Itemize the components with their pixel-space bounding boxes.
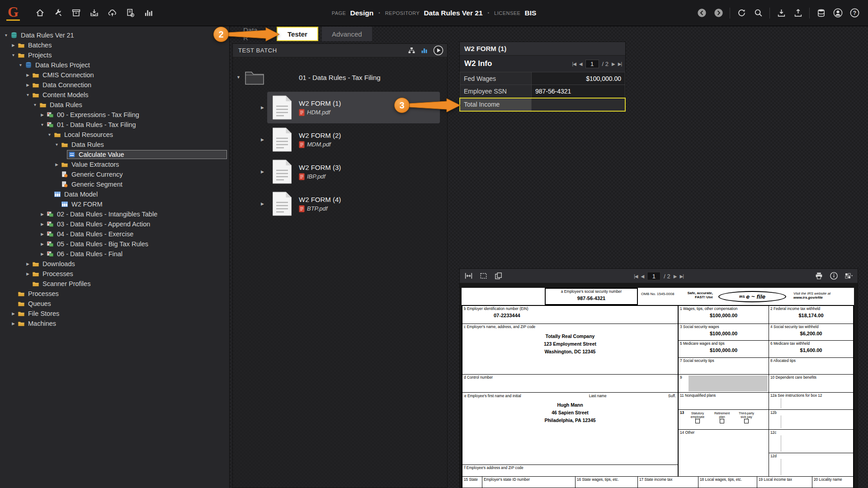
thumbnails-icon[interactable] [494,272,503,280]
expand-icon[interactable]: ▶ [39,212,46,216]
previous-page-icon[interactable]: ◀ [579,61,582,66]
field-value[interactable]: 987-56-4321 [532,85,625,98]
field-value[interactable] [532,98,625,111]
tree-item-queues[interactable]: Queues [0,299,229,309]
user-icon[interactable] [832,8,843,19]
tree-item-03-data-rules-append-action[interactable]: ▶03 - Data Rules - Append Action [0,219,229,229]
tab-advanced[interactable]: Advanced [322,27,372,41]
batch-folder-row[interactable]: ▼ 01 - Data Rules - Tax Filing [233,69,447,85]
expand-icon[interactable]: ▶ [261,202,269,206]
batch-document-w2-form-4[interactable]: ▶W2 FORM (4)BTP.pdf [233,190,443,218]
tree-item-scanner-profiles[interactable]: Scanner Profiles [0,279,229,289]
tree-item-data-rules-project[interactable]: ▼Data Rules Project [0,60,229,70]
expand-icon[interactable]: ▶ [10,321,17,326]
tree-item-data-connection[interactable]: ▶Data Connection [0,80,229,90]
tree-item-downloads[interactable]: ▶Downloads [0,259,229,269]
tab-data-rules[interactable]: Data R [233,27,273,41]
expand-icon[interactable]: ▶ [24,83,31,87]
expand-icon[interactable]: ▶ [261,169,269,174]
tree-item-04-data-rules-exercise[interactable]: ▶04 - Data Rules - Exercise [0,229,229,239]
tree-item-batches[interactable]: ▶Batches [0,40,229,50]
tree-item-content-models[interactable]: ▼Content Models [0,90,229,100]
first-page-icon[interactable]: |◀ [634,273,637,278]
tree-item-machines[interactable]: ▶Machines [0,319,229,328]
page-value[interactable]: Design [350,9,373,17]
print-icon[interactable] [815,272,823,280]
refresh-icon[interactable] [736,8,747,19]
expand-icon[interactable]: ▶ [24,73,31,77]
tree-item-data-rules-ver-21[interactable]: ▼Data Rules Ver 21 [0,30,229,40]
tree-item-cmis-connection[interactable]: ▶CMIS Connection [0,70,229,80]
tree-item-00-expressions-tax-filing[interactable]: ▶00 - Expressions - Tax Filing [0,110,229,120]
first-page-icon[interactable]: |◀ [572,61,576,66]
batch-document-w2-form-3[interactable]: ▶W2 FORM (3)IBP.pdf [233,158,443,186]
repository-value[interactable]: Data Rules Ver 21 [424,9,482,17]
tree-item-05-data-rules-big-tax-rules[interactable]: ▶05 - Data Rules - Big Tax Rules [0,239,229,249]
tree-item-file-stores[interactable]: ▶File Stores [0,309,229,319]
collapse-icon[interactable]: ▼ [236,75,244,80]
run-test-play-icon[interactable] [433,45,443,56]
nav-forward-icon[interactable] [713,8,724,19]
expand-icon[interactable]: ▶ [24,272,31,276]
batch-document-w2-form-1[interactable]: ▶W2 FORM (1)HDM.pdf [233,94,443,122]
search-icon[interactable] [753,8,764,19]
previous-page-icon[interactable]: ◀ [641,273,644,278]
next-page-icon[interactable]: ▶ [612,61,615,66]
tree-item-06-data-rules-final[interactable]: ▶06 - Data Rules - Final [0,249,229,259]
expand-icon[interactable]: ▶ [39,113,46,117]
expand-icon[interactable]: ▶ [53,162,60,167]
collapse-icon[interactable]: ▼ [32,103,38,107]
last-page-icon[interactable]: ▶| [679,273,683,278]
collapse-icon[interactable]: ▼ [46,132,53,137]
archive-box-icon[interactable] [71,8,81,19]
layout-icon[interactable] [844,272,853,280]
collapse-icon[interactable]: ▼ [10,53,17,57]
expand-icon[interactable]: ▶ [10,311,17,316]
upload-icon[interactable] [793,8,803,19]
hierarchy-view-icon[interactable] [408,47,415,54]
statistics-icon[interactable] [143,8,154,19]
tree-item-data-rules[interactable]: ▼Data Rules [0,140,229,150]
tree-item-processes[interactable]: Processes [0,289,229,299]
help-icon[interactable]: ? [849,8,860,19]
tree-item-generic-segment[interactable]: Generic Segment [0,179,229,189]
tree-item-value-extractors[interactable]: ▶Value Extractors [0,160,229,169]
nav-back-icon[interactable] [696,8,707,19]
tree-item-data-rules[interactable]: ▼Data Rules [0,100,229,110]
tree-item-01-data-rules-tax-filing[interactable]: ▼01 - Data Rules - Tax Filing [0,120,229,130]
tab-tester[interactable]: Tester [277,27,318,41]
expand-icon[interactable]: ▶ [261,105,269,110]
tree-item-generic-currency[interactable]: Generic Currency [0,169,229,179]
tree-item-data-model[interactable]: Data Model [0,189,229,199]
download-icon[interactable] [776,8,787,19]
scan-profile-icon[interactable] [125,8,136,19]
expand-icon[interactable]: ▶ [39,252,46,256]
tree-item-02-data-rules-intangibles-table[interactable]: ▶02 - Data Rules - Intangibles Table [0,209,229,219]
expand-icon[interactable]: ▶ [261,137,269,142]
collapse-icon[interactable]: ▼ [53,142,60,147]
tree-item-projects[interactable]: ▼Projects [0,50,229,60]
page-number-input[interactable] [585,60,599,68]
tools-icon[interactable] [52,8,63,19]
tree-item-calculate-value[interactable]: Calculate Value [0,150,229,160]
info-icon[interactable] [830,272,838,280]
last-page-icon[interactable]: ▶| [618,61,622,66]
next-page-icon[interactable]: ▶ [674,273,677,278]
statistics-chart-icon[interactable] [420,47,428,54]
import-box-icon[interactable] [89,8,99,19]
grooper-logo[interactable]: G [6,5,26,21]
field-value[interactable]: $100,000.00 [532,72,625,84]
tree-item-local-resources[interactable]: ▼Local Resources [0,130,229,140]
collapse-icon[interactable]: ▼ [24,93,31,97]
batch-document-w2-form-2[interactable]: ▶W2 FORM (2)MDM.pdf [233,126,443,154]
cloud-upload-icon[interactable] [107,8,118,19]
page-number-input[interactable] [647,272,660,280]
tree-item-w2-form[interactable]: W2 FORM [0,199,229,209]
collapse-icon[interactable]: ▼ [39,122,46,127]
repository-icon[interactable] [816,8,826,19]
expand-icon[interactable]: ▶ [24,262,31,266]
expand-icon[interactable]: ▶ [39,222,46,226]
data-panel-title[interactable]: W2 FORM (1) [460,42,625,56]
expand-icon[interactable]: ▶ [39,232,46,236]
tree-item-processes[interactable]: ▶Processes [0,269,229,279]
